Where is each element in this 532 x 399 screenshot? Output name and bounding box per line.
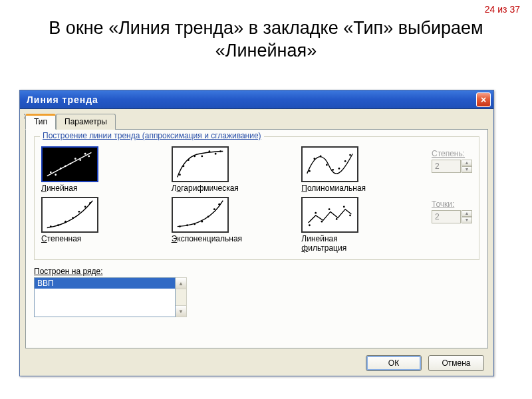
trend-thumb-polynomial xyxy=(301,146,358,182)
svg-point-26 xyxy=(50,225,52,227)
svg-point-17 xyxy=(219,150,221,152)
trend-thumb-moving-average xyxy=(301,197,358,233)
trend-label-linear: Линейная xyxy=(41,184,102,193)
trend-thumb-exponential xyxy=(172,197,229,233)
trend-label-logarithmic: Логарифмическая xyxy=(172,184,233,193)
svg-point-44 xyxy=(336,218,338,220)
svg-point-3 xyxy=(60,168,62,170)
svg-point-42 xyxy=(321,221,323,223)
trend-label-power: Степенная xyxy=(41,234,102,243)
svg-point-18 xyxy=(309,170,311,172)
degree-param: Степень: ▲ ▼ xyxy=(432,149,472,173)
svg-point-2 xyxy=(55,174,57,176)
svg-point-4 xyxy=(65,165,66,167)
trend-label-moving-average: Линейная фильтрация xyxy=(301,234,362,253)
trend-option-polynomial[interactable]: Полиномиальная xyxy=(301,146,362,193)
series-item[interactable]: ВВП xyxy=(35,278,175,289)
tab-type[interactable]: Тип xyxy=(25,114,56,130)
trend-label-exponential: Экспоненциальная xyxy=(172,234,233,243)
trend-label-polynomial: Полиномиальная xyxy=(301,184,362,193)
ok-button[interactable]: ОК xyxy=(366,355,422,371)
tab-panel-type: Построение линии тренда (аппроксимация и… xyxy=(25,129,488,348)
svg-point-33 xyxy=(179,225,181,227)
trend-option-logarithmic[interactable]: Логарифмическая xyxy=(172,146,233,193)
scroll-up-icon[interactable]: ▲ xyxy=(176,278,186,289)
svg-point-21 xyxy=(326,164,328,166)
svg-point-15 xyxy=(208,150,210,152)
svg-line-0 xyxy=(47,152,92,176)
svg-point-36 xyxy=(201,221,203,223)
tab-strip: Тип Параметры xyxy=(25,113,488,129)
points-spin-down-icon: ▼ xyxy=(462,217,472,223)
trend-thumb-power xyxy=(41,197,98,233)
trend-type-group: Построение линии тренда (аппроксимация и… xyxy=(34,136,479,260)
titlebar-text: Линия тренда xyxy=(27,94,476,105)
svg-point-19 xyxy=(314,158,316,160)
degree-label: Степень: xyxy=(432,149,472,158)
svg-point-20 xyxy=(320,156,322,158)
svg-point-27 xyxy=(57,224,59,226)
series-label: Построен на ряде: xyxy=(34,267,479,276)
svg-point-9 xyxy=(88,156,90,158)
scroll-down-icon[interactable]: ▼ xyxy=(176,305,186,317)
degree-input xyxy=(432,160,461,173)
svg-point-14 xyxy=(201,156,203,158)
svg-point-40 xyxy=(309,224,311,226)
trend-option-power[interactable]: Степенная xyxy=(41,197,102,243)
svg-point-13 xyxy=(194,156,196,158)
trend-option-moving-average[interactable]: Линейная фильтрация xyxy=(301,197,362,253)
points-param: Точки: ▲ ▼ xyxy=(432,200,472,223)
trend-thumb-linear xyxy=(41,146,98,182)
degree-spin-up-icon: ▲ xyxy=(462,160,472,166)
points-input xyxy=(432,210,461,223)
svg-point-38 xyxy=(213,208,215,210)
svg-point-22 xyxy=(332,169,334,171)
svg-point-5 xyxy=(70,163,72,165)
svg-point-29 xyxy=(72,217,74,219)
series-scrollbar[interactable]: ▲ ▼ xyxy=(176,277,187,317)
degree-spin-down-icon: ▼ xyxy=(462,166,472,173)
series-list[interactable]: ВВП xyxy=(34,277,176,317)
svg-point-39 xyxy=(218,203,220,205)
svg-point-41 xyxy=(315,212,317,214)
svg-point-6 xyxy=(74,158,76,160)
svg-point-10 xyxy=(179,174,181,176)
points-spin-up-icon: ▲ xyxy=(462,210,472,217)
svg-point-34 xyxy=(186,224,188,226)
svg-point-28 xyxy=(65,221,66,223)
close-icon[interactable]: × xyxy=(476,92,491,107)
slide-title: В окне «Линия тренда» в закладке «Тип» в… xyxy=(0,17,532,63)
svg-point-32 xyxy=(89,202,91,204)
svg-point-12 xyxy=(188,159,190,161)
points-label: Точки: xyxy=(432,200,472,209)
svg-point-31 xyxy=(84,206,86,208)
page-counter: 24 из 37 xyxy=(485,4,520,15)
group-legend: Построение линии тренда (аппроксимация и… xyxy=(40,131,264,140)
svg-point-37 xyxy=(207,215,209,217)
cancel-button[interactable]: Отмена xyxy=(428,355,484,371)
trend-option-linear[interactable]: Линейная xyxy=(41,146,102,193)
svg-point-45 xyxy=(343,206,345,208)
svg-point-16 xyxy=(214,153,216,155)
trendline-dialog: Линия тренда × Тип Параметры Построение … xyxy=(19,90,494,376)
svg-point-11 xyxy=(182,165,184,167)
svg-point-46 xyxy=(349,215,351,217)
svg-point-8 xyxy=(84,153,86,155)
svg-point-1 xyxy=(50,172,52,174)
tab-parameters[interactable]: Параметры xyxy=(56,114,116,130)
trend-option-exponential[interactable]: Экспоненциальная xyxy=(172,197,233,243)
svg-point-30 xyxy=(78,211,80,213)
svg-point-43 xyxy=(329,208,331,210)
svg-point-24 xyxy=(344,160,346,162)
trend-thumb-logarithmic xyxy=(172,146,229,182)
svg-point-25 xyxy=(349,154,351,156)
svg-point-35 xyxy=(194,223,196,225)
svg-point-7 xyxy=(79,159,81,161)
svg-point-23 xyxy=(338,168,340,170)
titlebar[interactable]: Линия тренда × xyxy=(20,90,493,109)
